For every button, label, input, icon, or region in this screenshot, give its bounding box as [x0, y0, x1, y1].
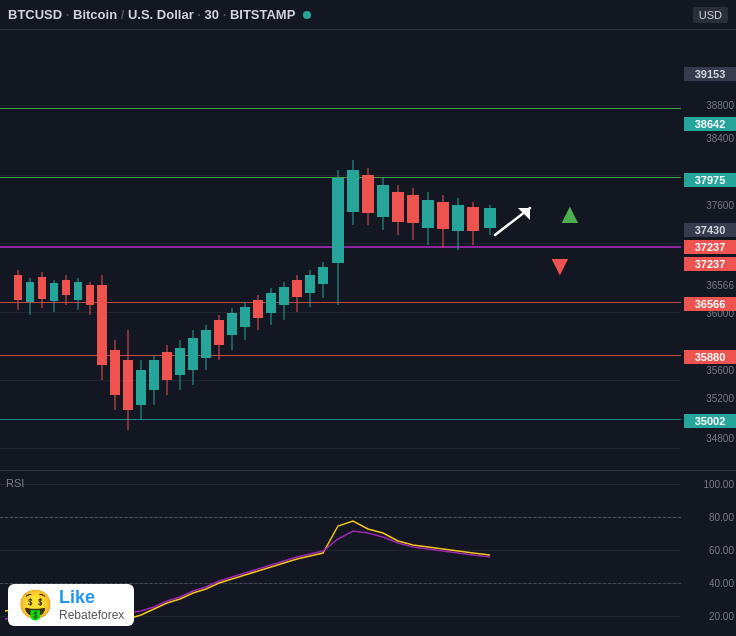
svg-rect-57 — [377, 185, 389, 217]
svg-rect-31 — [201, 330, 211, 358]
separator4: · — [223, 7, 230, 22]
svg-rect-25 — [162, 352, 172, 380]
price-badge-38642: 38642 — [684, 117, 736, 131]
price-badge-35002: 35002 — [684, 414, 736, 428]
svg-rect-33 — [214, 320, 224, 345]
watermark: 🤑 Like Rebateforex — [8, 584, 134, 626]
symbol-text: BTCUSD — [8, 7, 62, 22]
rsi-axis-100: 100.00 — [703, 479, 734, 490]
watermark-sub: Rebateforex — [59, 608, 124, 622]
rsi-axis-60: 60.00 — [709, 545, 734, 556]
rsi-axis-80: 80.00 — [709, 512, 734, 523]
axis-36800: 36566 — [706, 280, 734, 291]
svg-rect-39 — [253, 300, 263, 318]
svg-rect-7 — [50, 283, 58, 301]
svg-rect-5 — [38, 277, 46, 299]
svg-rect-23 — [149, 360, 159, 390]
svg-rect-53 — [347, 170, 359, 212]
asset-name: Bitcoin — [73, 7, 117, 22]
ticker-symbol: BTCUSD · Bitcoin / U.S. Dollar · 30 · BI… — [8, 7, 295, 22]
svg-rect-49 — [318, 267, 328, 284]
svg-rect-63 — [422, 200, 434, 228]
svg-rect-1 — [14, 275, 22, 300]
price-badge-37975: 37975 — [684, 173, 736, 187]
red-down-arrow: ▼ — [546, 250, 574, 282]
axis-34800: 34800 — [706, 433, 734, 444]
axis-38800: 38800 — [706, 100, 734, 111]
candle-group-early — [14, 160, 496, 430]
currency-badge[interactable]: USD — [693, 7, 728, 23]
price-badge-37430: 37430 — [684, 223, 736, 237]
svg-rect-71 — [484, 208, 496, 228]
svg-rect-9 — [62, 280, 70, 295]
price-badge-37237a: 37237 — [684, 240, 736, 254]
svg-rect-35 — [227, 313, 237, 335]
svg-rect-65 — [437, 202, 449, 229]
main-chart: ▲ ▼ 39153 38800 38400 37600 36566 36000 … — [0, 30, 736, 470]
green-up-arrow: ▲ — [556, 198, 584, 230]
svg-rect-67 — [452, 205, 464, 231]
svg-rect-41 — [266, 293, 276, 313]
pair-name: U.S. Dollar — [128, 7, 194, 22]
watermark-text: Like Rebateforex — [59, 588, 124, 622]
svg-rect-59 — [392, 192, 404, 222]
white-arrow — [495, 208, 530, 235]
separator: · — [66, 7, 73, 22]
svg-rect-51 — [332, 178, 344, 263]
axis-38400: 38400 — [706, 133, 734, 144]
price-badge-37237b: 37237 — [684, 257, 736, 271]
separator3: · — [197, 7, 204, 22]
axis-35200: 35200 — [706, 393, 734, 404]
svg-rect-37 — [240, 307, 250, 327]
svg-rect-17 — [110, 350, 120, 395]
watermark-icon: 🤑 — [18, 588, 53, 621]
svg-rect-19 — [123, 360, 133, 410]
live-dot — [303, 11, 311, 19]
axis-37600: 37600 — [706, 200, 734, 211]
svg-rect-21 — [136, 370, 146, 405]
price-badge-35880: 35880 — [684, 350, 736, 364]
svg-rect-61 — [407, 195, 419, 223]
svg-rect-69 — [467, 207, 479, 231]
svg-rect-47 — [305, 275, 315, 293]
rsi-axis-20: 20.00 — [709, 611, 734, 622]
svg-rect-13 — [86, 285, 94, 305]
price-badge-39153: 39153 — [684, 67, 736, 81]
exchange: BITSTAMP — [230, 7, 295, 22]
svg-rect-11 — [74, 282, 82, 300]
separator2: / — [121, 7, 128, 22]
svg-marker-73 — [518, 208, 530, 220]
svg-rect-3 — [26, 282, 34, 302]
svg-rect-15 — [97, 285, 107, 365]
watermark-like: Like — [59, 588, 124, 608]
candlestick-chart — [0, 30, 682, 470]
svg-rect-29 — [188, 338, 198, 370]
svg-rect-43 — [279, 287, 289, 305]
interval: 30 — [205, 7, 219, 22]
rsi-axis-40: 40.00 — [709, 578, 734, 589]
chart-header: BTCUSD · Bitcoin / U.S. Dollar · 30 · BI… — [0, 0, 736, 30]
svg-rect-45 — [292, 280, 302, 297]
svg-rect-55 — [362, 175, 374, 213]
price-badge-36566: 36566 — [684, 297, 736, 311]
axis-35600: 35600 — [706, 365, 734, 376]
rsi-panel: RSI 100.00 80.00 60.00 40.00 20.00 🤑 Lik… — [0, 470, 736, 636]
svg-rect-27 — [175, 348, 185, 375]
